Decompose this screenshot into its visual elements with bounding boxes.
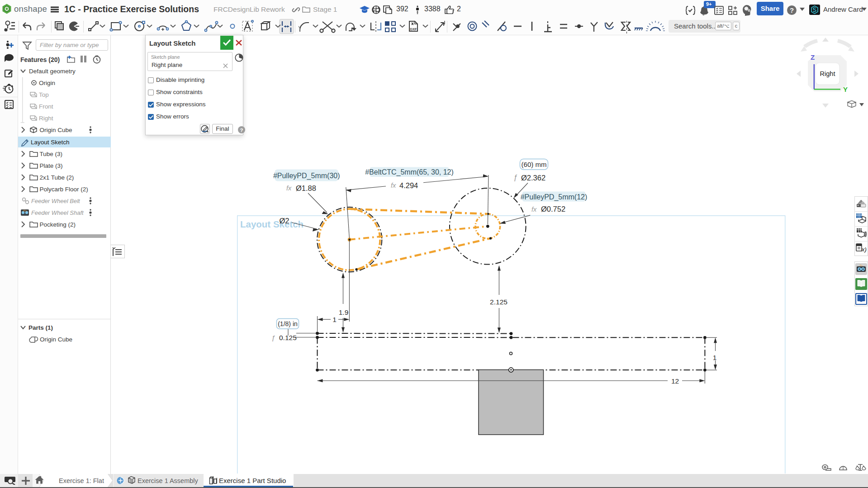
svg-text:0.125: 0.125 <box>279 334 297 341</box>
svg-text:(60) mm: (60) mm <box>522 161 547 168</box>
svg-text:2.125: 2.125 <box>490 298 508 306</box>
svg-text:Plate (3): Plate (3) <box>40 162 63 169</box>
svg-text:Default geometry: Default geometry <box>29 68 76 75</box>
svg-text:P's: P's <box>24 209 27 212</box>
svg-text:Tube (3): Tube (3) <box>40 151 63 157</box>
svg-text:Y: Y <box>843 85 848 93</box>
svg-text:Ø0.752: Ø0.752 <box>541 205 565 213</box>
svg-text:Right: Right <box>820 70 835 77</box>
svg-text:4.294: 4.294 <box>399 181 418 190</box>
svg-text:12: 12 <box>671 377 679 385</box>
svg-text:(1/8) in: (1/8) in <box>278 320 298 327</box>
svg-text:Layout Sketch: Layout Sketch <box>31 139 70 146</box>
svg-text:Z: Z <box>811 53 815 61</box>
svg-text:Parts (1): Parts (1) <box>28 324 53 331</box>
svg-text:Top: Top <box>39 91 49 98</box>
svg-text:fx: fx <box>391 182 396 189</box>
svg-text:Feeder Wheel Belt: Feeder Wheel Belt <box>31 198 81 204</box>
svg-text:Ø1.88: Ø1.88 <box>296 184 316 192</box>
svg-text:Polycarb Floor (2): Polycarb Floor (2) <box>40 186 88 193</box>
svg-text:#BeltCTC_5mm(65, 30, 12): #BeltCTC_5mm(65, 30, 12) <box>365 168 454 176</box>
svg-text:?: ? <box>240 128 243 133</box>
svg-text:ƒ: ƒ <box>513 174 517 181</box>
svg-text:Ø2.362: Ø2.362 <box>521 174 545 182</box>
svg-text:#PulleyPD_5mm(12): #PulleyPD_5mm(12) <box>521 193 588 201</box>
svg-text:Ø2: Ø2 <box>280 217 289 225</box>
svg-text:Feeder Wheel Shaft: Feeder Wheel Shaft <box>31 209 84 216</box>
svg-text:Right: Right <box>39 115 53 122</box>
svg-text:Origin: Origin <box>39 80 55 86</box>
svg-text:P's: P's <box>860 265 863 267</box>
svg-text:2x1 Tube (2): 2x1 Tube (2) <box>40 174 74 181</box>
svg-text:1: 1 <box>332 316 337 323</box>
svg-text:Pocketing (2): Pocketing (2) <box>40 221 76 228</box>
svg-text:Front: Front <box>39 103 53 110</box>
svg-text:Origin Cube: Origin Cube <box>40 127 72 133</box>
svg-text:1: 1 <box>713 354 717 361</box>
svg-text:fx: fx <box>286 185 292 192</box>
svg-text:x): x) <box>861 246 867 253</box>
svg-text:#PulleyPD_5mm(30): #PulleyPD_5mm(30) <box>273 172 340 180</box>
svg-text:fx: fx <box>531 206 537 213</box>
svg-text:1.9: 1.9 <box>339 308 349 316</box>
svg-text:ƒ: ƒ <box>271 334 275 341</box>
svg-text:Layout Sketch: Layout Sketch <box>240 219 304 229</box>
svg-text:Origin Cube: Origin Cube <box>40 336 72 343</box>
